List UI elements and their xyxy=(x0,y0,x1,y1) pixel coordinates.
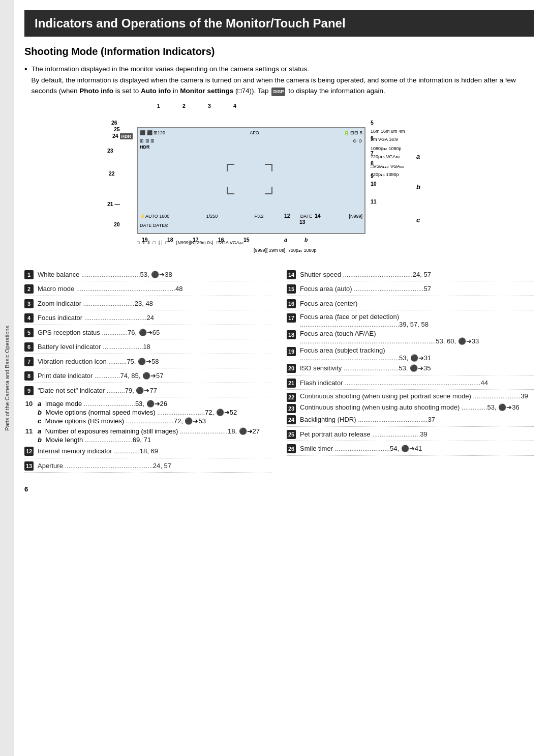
shutter-speed: 1/250 xyxy=(206,214,218,219)
ref-item-8: 8 Print date indicator ..............74,… xyxy=(24,371,271,383)
option-b-row: 1080p₃₀ 1080p xyxy=(371,144,405,153)
ref-text-8: Print date indicator ..............74, 8… xyxy=(38,371,271,381)
letter-a: a xyxy=(416,153,420,160)
ref-num-26: 26 xyxy=(287,444,296,453)
ref-item-6: 6 Battery level indicator ..............… xyxy=(24,342,271,354)
ref-item-4: 4 Focus indicator ......................… xyxy=(24,313,271,325)
page-number: 6 xyxy=(24,485,534,493)
ref-num-18: 18 xyxy=(287,330,296,339)
ref-num-9: 9 xyxy=(24,386,34,395)
num-14: 14 xyxy=(315,213,321,219)
ref-num-19: 19 xyxy=(287,347,296,356)
ref-group-19: 19 Focus area (subject tracking)........… xyxy=(287,346,534,362)
focus-icon-2: Ⅱ xyxy=(142,240,144,245)
ref-text-6: Battery level indicator ................… xyxy=(38,342,271,352)
num-25: 25 xyxy=(114,126,120,132)
main-content: Indicators and Operations of the Monitor… xyxy=(14,0,549,756)
hdr-label: HDR xyxy=(140,144,150,150)
ref-text-19: Focus area (subject tracking)...........… xyxy=(300,346,534,362)
date-bottom: DATE DATE⊙ xyxy=(140,223,169,228)
ref-text-9: "Date not set" indicator ..........79, ⚫… xyxy=(38,386,271,396)
num-15: 15 xyxy=(243,237,250,243)
ref-text-2: Macro mode .............................… xyxy=(38,284,271,294)
ref-item-12: 12 Internal memory indicator ...........… xyxy=(24,446,271,458)
date-stamp: DATE xyxy=(300,214,312,219)
ref-text-16: Focus area (center) xyxy=(300,299,534,309)
ref-text-20: ISO sensitivity ........................… xyxy=(300,363,534,373)
ref-item-5: 5 GPS reception status ..............76,… xyxy=(24,328,271,340)
ref-11b: b Movie length .........................… xyxy=(38,436,260,444)
ref-group-10: 10 a Image mode ........................… xyxy=(24,400,271,426)
page-title: Indicators and Operations of the Monitor… xyxy=(24,10,534,37)
ref-num-16: 16 xyxy=(287,299,296,308)
num-7: 7 xyxy=(371,150,374,156)
ref-text-12: Internal memory indicator ..............… xyxy=(38,446,271,456)
focus-icon-6: □ xyxy=(165,240,168,245)
ref-right-column: 14 Shutter speed .......................… xyxy=(287,270,534,476)
num-8: 8 xyxy=(371,160,374,166)
num-1: 1 xyxy=(157,103,160,109)
right-icons-2: ⊙ ⊙ xyxy=(353,138,362,143)
ref-num-23: 23 xyxy=(287,404,296,413)
num-5: 5 xyxy=(371,120,374,126)
num-20: 20 xyxy=(114,221,120,227)
num-22: 22 xyxy=(109,170,115,177)
ref-group-18: 18 Focus area (touch AF/AE).............… xyxy=(287,330,534,345)
intro-text-block: The information displayed in the monitor… xyxy=(32,64,534,97)
ref-num-14: 14 xyxy=(287,270,296,279)
letter-c: c xyxy=(416,216,420,224)
ref-num-22: 22 xyxy=(287,393,296,402)
ref-item-3: 3 Zoom indicator .......................… xyxy=(24,299,271,311)
bottom-icons-row: □ Ⅱ Ⅱ □ [ ] □ [N999][N] 29m 0s] □VGA VGA… xyxy=(137,240,243,245)
letter-b: b xyxy=(416,183,420,191)
ref-group-22: 22 Continuous shooting (when using pet p… xyxy=(287,392,534,402)
ref-num-1: 1 xyxy=(24,270,34,279)
vga-label2: 720p₃₀ 1080p xyxy=(288,248,317,253)
ref-text-1: White balance ..........................… xyxy=(38,270,271,280)
ref-num-17: 17 xyxy=(287,313,296,323)
ref-num-10: 10 xyxy=(24,400,34,408)
ref-left-column: 1 White balance ........................… xyxy=(24,270,271,476)
option-c-row2: 720p₃₀ 1080p xyxy=(371,170,405,179)
ref-11a: a Number of exposures remaining (still i… xyxy=(38,427,260,435)
ref-item-7: 7 Vibration reduction icon ..........75,… xyxy=(24,357,271,369)
page-container: Parts of the Camera and Basic Operations… xyxy=(0,0,549,756)
num-26: 26 xyxy=(111,120,117,126)
ref-text-13: Aperture ...............................… xyxy=(38,461,271,471)
bottom-icons-row2: [9999][ 29m 0s] 720p₃₀ 1080p xyxy=(254,248,317,253)
ref-11-content: a Number of exposures remaining (still i… xyxy=(38,427,260,445)
ref-text-23: Continuous shooting (when using auto sho… xyxy=(300,403,534,411)
ref-num-11: 11 xyxy=(24,427,34,435)
aperture: F3.2 xyxy=(255,214,264,219)
ref-num-24: 24 xyxy=(287,415,296,424)
ref-10-content: a Image mode ...........................… xyxy=(38,400,237,426)
option-c-row: □VGA₁₂₀ VGA₆₀ xyxy=(371,162,405,170)
ref-item-1: 1 White balance ........................… xyxy=(24,270,271,282)
screen-display: ⬛ ⬛ ⊞120 AFO 🔋 ⊟⊟ 5 ⊞ ⊞ ⊞ ⊙ ⊙ HDR xyxy=(137,127,365,234)
num-3: 3 xyxy=(208,103,211,109)
ref-num-12: 12 xyxy=(24,447,34,456)
top-center-icons: AFO xyxy=(250,130,259,135)
intro-line2: By default, the information is displayed… xyxy=(32,76,516,95)
ref-num-6: 6 xyxy=(24,342,34,352)
section-title: Shooting Mode (Information Indicators) xyxy=(24,46,534,57)
top-icons-row: ⬛ ⬛ ⊞120 AFO 🔋 ⊟⊟ 5 xyxy=(140,130,362,135)
option-b-row2: 720p₃₀ VGA₃₀ xyxy=(371,153,405,161)
ref-item-25: 25 Pet portrait auto release ...........… xyxy=(287,429,534,442)
ref-num-25: 25 xyxy=(287,430,296,439)
ref-num-2: 2 xyxy=(24,284,34,294)
ref-num-21: 21 xyxy=(287,379,296,388)
ref-text-14: Shutter speed ..........................… xyxy=(300,270,534,280)
num-9: 9 xyxy=(371,173,374,179)
disp-button-icon: DISP xyxy=(271,88,285,96)
bullet-symbol: • xyxy=(24,64,27,75)
ref-group-17: 17 Focus area (face or pet detection)...… xyxy=(287,313,534,328)
option-a-row2: 2m VGA 16:9 xyxy=(371,135,405,143)
ref-text-15: Focus area (auto) ......................… xyxy=(300,284,534,294)
num-4: 4 xyxy=(233,103,236,109)
ref-10a: a Image mode ...........................… xyxy=(38,400,237,408)
counter-display: [N999][N] 29m 0s] xyxy=(176,240,214,245)
camera-diagram: ⬛ ⬛ ⊞120 AFO 🔋 ⊟⊟ 5 ⊞ ⊞ ⊞ ⊙ ⊙ HDR xyxy=(81,102,477,265)
ref-item-20: 20 ISO sensitivity .....................… xyxy=(287,363,534,375)
ref-num-13: 13 xyxy=(24,461,34,471)
